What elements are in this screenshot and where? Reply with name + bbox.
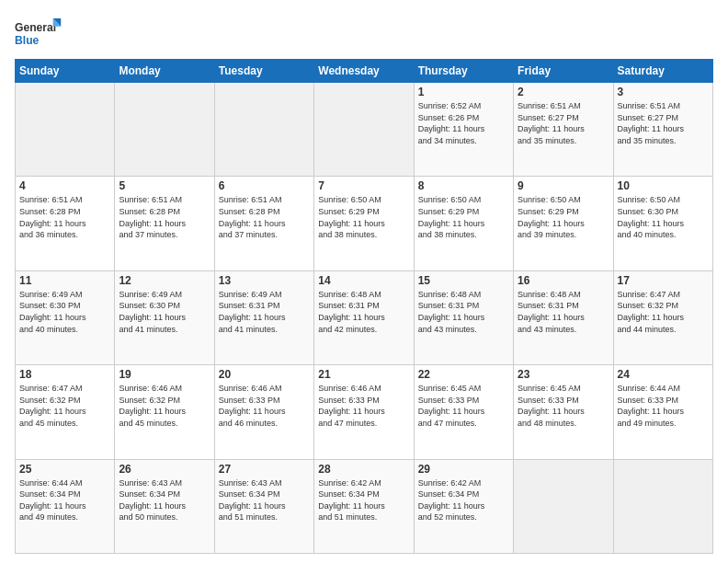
calendar-cell: 13Sunrise: 6:49 AM Sunset: 6:31 PM Dayli…	[214, 270, 313, 364]
day-info: Sunrise: 6:43 AM Sunset: 6:34 PM Dayligh…	[119, 477, 210, 523]
logo: General Blue	[15, 15, 63, 52]
calendar-cell: 5Sunrise: 6:51 AM Sunset: 6:28 PM Daylig…	[115, 177, 214, 270]
calendar-cell: 28Sunrise: 6:42 AM Sunset: 6:34 PM Dayli…	[314, 459, 414, 553]
header: General Blue	[15, 15, 713, 52]
calendar-cell: 14Sunrise: 6:48 AM Sunset: 6:31 PM Dayli…	[314, 270, 414, 364]
day-info: Sunrise: 6:50 AM Sunset: 6:29 PM Dayligh…	[518, 194, 609, 240]
calendar-cell	[16, 83, 115, 177]
day-info: Sunrise: 6:50 AM Sunset: 6:29 PM Dayligh…	[318, 194, 409, 240]
day-info: Sunrise: 6:48 AM Sunset: 6:31 PM Dayligh…	[318, 289, 409, 335]
day-info: Sunrise: 6:46 AM Sunset: 6:33 PM Dayligh…	[318, 383, 409, 429]
calendar-header: SundayMondayTuesdayWednesdayThursdayFrid…	[16, 60, 713, 83]
day-info: Sunrise: 6:46 AM Sunset: 6:32 PM Dayligh…	[119, 383, 210, 429]
calendar-cell: 21Sunrise: 6:46 AM Sunset: 6:33 PM Dayli…	[314, 365, 414, 459]
calendar-week-0: 1Sunrise: 6:52 AM Sunset: 6:26 PM Daylig…	[16, 83, 713, 177]
calendar-cell: 12Sunrise: 6:49 AM Sunset: 6:30 PM Dayli…	[115, 270, 214, 364]
day-number: 23	[518, 368, 609, 381]
day-info: Sunrise: 6:52 AM Sunset: 6:26 PM Dayligh…	[418, 100, 509, 146]
day-info: Sunrise: 6:50 AM Sunset: 6:30 PM Dayligh…	[618, 194, 709, 240]
calendar-cell: 9Sunrise: 6:50 AM Sunset: 6:29 PM Daylig…	[514, 177, 613, 270]
calendar-cell: 1Sunrise: 6:52 AM Sunset: 6:26 PM Daylig…	[414, 83, 513, 177]
day-info: Sunrise: 6:51 AM Sunset: 6:28 PM Dayligh…	[119, 194, 210, 240]
day-number: 3	[618, 86, 709, 98]
day-number: 10	[618, 179, 709, 192]
calendar-cell	[314, 83, 414, 177]
svg-text:General: General	[15, 21, 56, 34]
calendar-cell: 19Sunrise: 6:46 AM Sunset: 6:32 PM Dayli…	[115, 365, 214, 459]
calendar-cell: 7Sunrise: 6:50 AM Sunset: 6:29 PM Daylig…	[314, 177, 414, 270]
day-number: 11	[19, 274, 110, 287]
weekday-header-sunday: Sunday	[16, 60, 115, 83]
calendar-week-4: 25Sunrise: 6:44 AM Sunset: 6:34 PM Dayli…	[16, 459, 713, 553]
day-number: 4	[19, 179, 110, 192]
page: General Blue SundayMondayTuesdayWednesda…	[0, 0, 728, 563]
day-number: 20	[219, 368, 310, 381]
day-number: 9	[518, 179, 609, 192]
day-info: Sunrise: 6:51 AM Sunset: 6:27 PM Dayligh…	[518, 100, 609, 146]
day-info: Sunrise: 6:48 AM Sunset: 6:31 PM Dayligh…	[418, 289, 509, 335]
calendar-cell: 2Sunrise: 6:51 AM Sunset: 6:27 PM Daylig…	[514, 83, 613, 177]
day-info: Sunrise: 6:51 AM Sunset: 6:27 PM Dayligh…	[618, 100, 709, 146]
day-info: Sunrise: 6:49 AM Sunset: 6:30 PM Dayligh…	[119, 289, 210, 335]
calendar-cell: 24Sunrise: 6:44 AM Sunset: 6:33 PM Dayli…	[613, 365, 712, 459]
calendar-cell: 23Sunrise: 6:45 AM Sunset: 6:33 PM Dayli…	[514, 365, 613, 459]
day-number: 2	[518, 86, 609, 98]
day-number: 8	[418, 179, 509, 192]
day-info: Sunrise: 6:42 AM Sunset: 6:34 PM Dayligh…	[318, 477, 409, 523]
calendar-cell: 20Sunrise: 6:46 AM Sunset: 6:33 PM Dayli…	[214, 365, 313, 459]
day-info: Sunrise: 6:49 AM Sunset: 6:30 PM Dayligh…	[19, 289, 110, 335]
calendar-cell: 18Sunrise: 6:47 AM Sunset: 6:32 PM Dayli…	[16, 365, 115, 459]
day-info: Sunrise: 6:43 AM Sunset: 6:34 PM Dayligh…	[219, 477, 310, 523]
day-number: 29	[418, 463, 509, 476]
weekday-header-saturday: Saturday	[613, 60, 712, 83]
weekday-header-row: SundayMondayTuesdayWednesdayThursdayFrid…	[16, 60, 713, 83]
day-info: Sunrise: 6:47 AM Sunset: 6:32 PM Dayligh…	[19, 383, 110, 429]
calendar-cell: 25Sunrise: 6:44 AM Sunset: 6:34 PM Dayli…	[16, 459, 115, 553]
calendar-week-1: 4Sunrise: 6:51 AM Sunset: 6:28 PM Daylig…	[16, 177, 713, 270]
calendar-cell: 10Sunrise: 6:50 AM Sunset: 6:30 PM Dayli…	[613, 177, 712, 270]
calendar-cell: 22Sunrise: 6:45 AM Sunset: 6:33 PM Dayli…	[414, 365, 513, 459]
day-number: 17	[618, 274, 709, 287]
day-number: 12	[119, 274, 210, 287]
day-info: Sunrise: 6:51 AM Sunset: 6:28 PM Dayligh…	[219, 194, 310, 240]
calendar-cell: 11Sunrise: 6:49 AM Sunset: 6:30 PM Dayli…	[16, 270, 115, 364]
day-info: Sunrise: 6:47 AM Sunset: 6:32 PM Dayligh…	[618, 289, 709, 335]
day-info: Sunrise: 6:50 AM Sunset: 6:29 PM Dayligh…	[418, 194, 509, 240]
calendar-cell: 27Sunrise: 6:43 AM Sunset: 6:34 PM Dayli…	[214, 459, 313, 553]
day-number: 13	[219, 274, 310, 287]
day-info: Sunrise: 6:45 AM Sunset: 6:33 PM Dayligh…	[418, 383, 509, 429]
day-number: 16	[518, 274, 609, 287]
weekday-header-friday: Friday	[514, 60, 613, 83]
calendar-body: 1Sunrise: 6:52 AM Sunset: 6:26 PM Daylig…	[16, 83, 713, 554]
day-number: 22	[418, 368, 509, 381]
day-number: 1	[418, 86, 509, 98]
weekday-header-wednesday: Wednesday	[314, 60, 414, 83]
day-number: 25	[19, 463, 110, 476]
calendar-cell	[613, 459, 712, 553]
calendar-cell: 3Sunrise: 6:51 AM Sunset: 6:27 PM Daylig…	[613, 83, 712, 177]
calendar-cell	[214, 83, 313, 177]
calendar-cell: 17Sunrise: 6:47 AM Sunset: 6:32 PM Dayli…	[613, 270, 712, 364]
calendar-cell: 15Sunrise: 6:48 AM Sunset: 6:31 PM Dayli…	[414, 270, 513, 364]
calendar-week-2: 11Sunrise: 6:49 AM Sunset: 6:30 PM Dayli…	[16, 270, 713, 364]
day-info: Sunrise: 6:46 AM Sunset: 6:33 PM Dayligh…	[219, 383, 310, 429]
day-number: 6	[219, 179, 310, 192]
calendar-week-3: 18Sunrise: 6:47 AM Sunset: 6:32 PM Dayli…	[16, 365, 713, 459]
day-info: Sunrise: 6:51 AM Sunset: 6:28 PM Dayligh…	[19, 194, 110, 240]
calendar-cell: 6Sunrise: 6:51 AM Sunset: 6:28 PM Daylig…	[214, 177, 313, 270]
day-number: 7	[318, 179, 409, 192]
calendar-cell: 8Sunrise: 6:50 AM Sunset: 6:29 PM Daylig…	[414, 177, 513, 270]
svg-text:Blue: Blue	[15, 34, 40, 47]
day-number: 15	[418, 274, 509, 287]
day-info: Sunrise: 6:45 AM Sunset: 6:33 PM Dayligh…	[518, 383, 609, 429]
day-number: 18	[19, 368, 110, 381]
day-number: 14	[318, 274, 409, 287]
day-number: 24	[618, 368, 709, 381]
day-number: 21	[318, 368, 409, 381]
day-info: Sunrise: 6:48 AM Sunset: 6:31 PM Dayligh…	[518, 289, 609, 335]
day-info: Sunrise: 6:42 AM Sunset: 6:34 PM Dayligh…	[418, 477, 509, 523]
weekday-header-monday: Monday	[115, 60, 214, 83]
day-number: 27	[219, 463, 310, 476]
calendar-cell: 16Sunrise: 6:48 AM Sunset: 6:31 PM Dayli…	[514, 270, 613, 364]
calendar-cell: 4Sunrise: 6:51 AM Sunset: 6:28 PM Daylig…	[16, 177, 115, 270]
